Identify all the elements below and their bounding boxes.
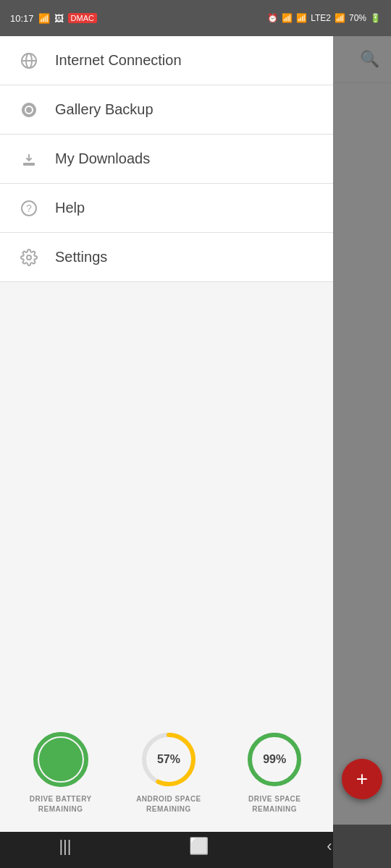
help-icon: ? xyxy=(16,195,42,221)
drive-space-stat: 99% DRIVE SPACEREMAINING xyxy=(245,731,303,814)
signal-icon: 📶 xyxy=(296,13,307,23)
android-space-label: ANDROID SPACEREMAINING xyxy=(136,794,201,814)
drive-space-value: 99% xyxy=(263,753,286,766)
menu-item-gallery-backup[interactable]: Gallery Backup xyxy=(0,85,333,135)
settings-label: Settings xyxy=(55,249,107,265)
menu-item-my-downloads[interactable]: My Downloads xyxy=(0,135,333,184)
menu-items-list: Internet ConnectionGallery BackupMy Down… xyxy=(0,36,333,282)
time-display: 10:17 xyxy=(10,13,34,24)
drive-space-label: DRIVE SPACEREMAINING xyxy=(248,794,301,814)
fab-add-button[interactable]: + xyxy=(342,759,382,799)
gallery-backup-label: Gallery Backup xyxy=(55,101,154,118)
status-bar: 10:17 📶 🖼 DMAC ⏰ 📶 📶 LTE2 📶 70% 🔋 xyxy=(0,0,391,36)
gallery-icon: 🖼 xyxy=(54,13,64,24)
menu-item-settings[interactable]: Settings xyxy=(0,233,333,282)
gallery-backup-icon xyxy=(16,97,42,123)
android-space-circle: 57% xyxy=(140,731,198,788)
menu-item-internet-connection[interactable]: Internet Connection xyxy=(0,36,333,85)
drive-battery-stat: DRIVE BATTERYREMAINING xyxy=(30,731,92,814)
menu-item-help[interactable]: ?Help xyxy=(0,184,333,233)
alarm-icon: ⏰ xyxy=(267,13,278,23)
battery-percent: 70% xyxy=(349,13,366,23)
internet-connection-label: Internet Connection xyxy=(55,52,182,69)
drawer-empty-space xyxy=(0,282,333,718)
help-label: Help xyxy=(55,200,85,216)
battery-icon: 🔋 xyxy=(370,13,381,23)
back-button[interactable]: ‹ xyxy=(327,837,332,856)
home-button[interactable]: ⬜ xyxy=(189,837,209,856)
status-right: ⏰ 📶 📶 LTE2 📶 70% 🔋 xyxy=(267,13,381,23)
my-downloads-label: My Downloads xyxy=(55,150,150,167)
android-space-value: 57% xyxy=(157,753,180,766)
navigation-drawer: Internet ConnectionGallery BackupMy Down… xyxy=(0,36,333,832)
status-left: 10:17 📶 🖼 DMAC xyxy=(10,13,97,24)
internet-connection-icon xyxy=(16,48,42,74)
dmac-icon: DMAC xyxy=(68,13,97,23)
drive-battery-label: DRIVE BATTERYREMAINING xyxy=(30,794,92,814)
settings-icon xyxy=(16,244,42,271)
android-space-stat: 57% ANDROID SPACEREMAINING xyxy=(136,731,201,814)
drive-space-circle: 99% xyxy=(245,731,303,788)
wifi-signal-icon: 📶 xyxy=(282,13,293,23)
drawer-overlay[interactable] xyxy=(333,36,391,868)
svg-text:?: ? xyxy=(26,203,32,214)
recents-button[interactable]: ||| xyxy=(59,837,71,856)
svg-point-6 xyxy=(35,734,86,785)
drive-battery-circle xyxy=(32,731,90,788)
signal2-icon: 📶 xyxy=(335,13,345,23)
lte2-label: LTE2 xyxy=(311,13,331,23)
wifi-icon: 📶 xyxy=(38,13,50,24)
my-downloads-icon xyxy=(16,146,42,172)
stats-row: DRIVE BATTERYREMAINING 57% ANDROID SPACE… xyxy=(0,718,333,832)
